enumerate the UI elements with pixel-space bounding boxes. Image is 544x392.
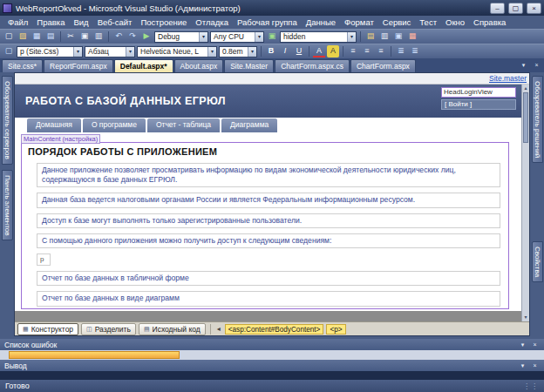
output-content[interactable] [0,371,544,380]
sidebar-item-solution-explorer[interactable]: Обозреватель решений [532,76,543,163]
editor-scrollbar[interactable]: ▴ ▾ [521,84,529,321]
design-canvas[interactable]: РАБОТА С БАЗОЙ ДАННЫХ ЕГРЮЛ HeadLoginVie… [15,84,521,321]
sidebar-item-properties[interactable]: Свойства [532,241,543,282]
toolbar-separator [309,46,309,57]
close-document-icon[interactable]: × [531,60,542,71]
numbered-list-icon[interactable]: ≣ [409,45,421,57]
align-center-icon[interactable]: ≡ [361,45,373,57]
menu-edit[interactable]: Правка [32,17,69,28]
pin-icon[interactable]: ▾ [518,341,527,348]
paragraph[interactable]: Доступ к базе могут выполнять только зар… [37,213,500,228]
bullet-list-icon[interactable]: ≣ [395,45,407,57]
tab-reportform-aspx[interactable]: ReportForm.aspx [44,59,113,72]
paragraph[interactable]: Данное приложение позволяет просматриват… [37,163,500,187]
align-right-icon[interactable]: ≡ [375,45,387,57]
underline-button[interactable]: U [293,45,305,57]
error-list-content[interactable] [0,350,544,360]
font-name-combo[interactable]: Helvetica Neue, L ▾ [137,46,217,57]
menu-test[interactable]: Тест [415,17,441,28]
font-color-button[interactable]: A [313,45,325,57]
tab-default-aspx[interactable]: Default.aspx* [114,59,173,72]
design-view-button[interactable]: ▦ Конструктор [17,323,78,335]
paragraph[interactable]: Отчет по базе данных в табличной форме [37,271,500,286]
menu-file[interactable]: Файл [3,17,32,28]
platform-combo[interactable]: Any CPU ▾ [210,31,264,43]
empty-paragraph[interactable]: p [37,253,51,266]
menu-team[interactable]: Рабочая группа [233,17,302,28]
pin-icon[interactable]: ▾ [518,362,527,369]
undo-icon[interactable]: ↶ [112,30,125,43]
find-in-files-icon[interactable]: ▣ [266,30,278,43]
chevron-down-icon: ▾ [199,32,207,42]
configuration-combo[interactable]: Debug ▾ [154,31,208,43]
scroll-down-icon[interactable]: ▾ [522,314,529,321]
error-list-title: Список ошибок [4,341,57,349]
sidebar-item-toolbox[interactable]: Панель элементов [2,170,13,241]
copy-icon[interactable]: ▣ [78,30,91,43]
paragraph[interactable]: Отчет по базе данных в виде диаграмм [37,291,500,306]
cut-icon[interactable]: ✂ [65,30,77,43]
title-bar: WebReportOkved - Microsoft Visual Studio… [0,0,544,16]
error-list-selected-row[interactable] [9,351,180,359]
resize-grip[interactable]: ⋮⋮ [523,382,539,390]
master-page-link[interactable]: Site.master [489,74,527,83]
start-debug-icon[interactable]: ▶ [140,30,153,43]
content-heading[interactable]: ПОРЯДОК РАБОТЫ С ПРИЛОЖЕНИЕМ [28,146,504,157]
find-combo[interactable]: hidden ▾ [280,31,357,43]
menu-view[interactable]: Вид [69,17,92,28]
tab-site-css[interactable]: Site.css* [2,59,43,72]
tab-site-master[interactable]: Site.Master [224,59,274,72]
target-rule-combo[interactable]: p (Site.Css) ▾ [17,46,83,57]
save-icon[interactable]: ▦ [31,30,43,43]
paste-icon[interactable]: ▥ [92,30,105,43]
tab-chartform-aspx-cs[interactable]: ChartForm.aspx.cs [275,59,350,72]
menu-website[interactable]: Веб-сайт [93,17,137,28]
menu-tools[interactable]: Сервис [378,17,416,28]
error-list-icon[interactable]: ▦ [406,30,418,43]
highlight-color-button[interactable]: A [327,45,339,57]
tab-about-aspx[interactable]: About.aspx [174,59,224,72]
nav-item-chart: Диаграмма [221,118,277,132]
solution-explorer-icon[interactable]: ▤ [364,30,377,43]
split-view-button[interactable]: ◫ Разделить [81,323,136,335]
scrollbar-thumb[interactable] [523,92,528,143]
menu-build[interactable]: Построение [136,17,191,28]
close-icon[interactable]: × [530,341,540,348]
menu-window[interactable]: Окно [441,17,469,28]
scroll-up-icon[interactable]: ▴ [522,84,529,92]
menu-format[interactable]: Формат [340,17,378,28]
maximize-button[interactable]: ▢ [508,3,523,14]
new-file-icon[interactable]: ▢ [3,30,15,43]
tab-list-dropdown-icon[interactable]: ▾ [518,60,529,71]
tag-navigator-back-icon[interactable]: ◂ [215,325,222,333]
menu-data[interactable]: Данные [302,17,340,28]
nav-item-about: О программе [83,118,146,132]
minimize-button[interactable]: – [490,3,505,14]
block-format-combo[interactable]: Абзац ▾ [85,46,135,57]
style-application-icon[interactable]: ▢ [3,45,15,57]
close-button[interactable]: × [527,3,541,14]
paragraph[interactable]: С помощью данного приложения можно получ… [37,233,500,248]
open-file-icon[interactable]: ▨ [17,30,29,43]
source-view-button[interactable]: ▤ Исходный код [139,323,206,335]
properties-window-icon[interactable]: ▥ [378,30,391,43]
main-content-region[interactable]: ПОРЯДОК РАБОТЫ С ПРИЛОЖЕНИЕМ Данное прил… [21,142,509,309]
font-size-combo[interactable]: 0.8em ▾ [219,46,257,57]
tab-chartform-aspx[interactable]: ChartForm.aspx [350,59,416,72]
chevron-down-icon: ▾ [73,47,82,57]
toolbox-icon[interactable]: ▣ [392,30,405,43]
italic-button[interactable]: I [279,45,291,57]
menu-debug[interactable]: Отладка [191,17,233,28]
tag-crumb-content[interactable]: <asp:Content#BodyContent> [225,324,324,335]
paragraph[interactable]: Данная база ведется налоговыми органами … [37,193,500,207]
bold-button[interactable]: B [265,45,277,57]
sidebar-item-server-explorer[interactable]: Обозреватель серверов [2,76,13,165]
main-content-tag[interactable]: MainContent (настройка) [21,134,100,144]
align-left-icon[interactable]: ≡ [347,45,359,57]
menu-help[interactable]: Справка [469,17,510,28]
redo-icon[interactable]: ↷ [126,30,139,43]
save-all-icon[interactable]: ▤ [44,30,57,43]
tag-crumb-p[interactable]: <p> [326,324,345,335]
nav-item-report-table: Отчет - таблица [147,118,220,132]
close-icon[interactable]: × [530,362,540,369]
